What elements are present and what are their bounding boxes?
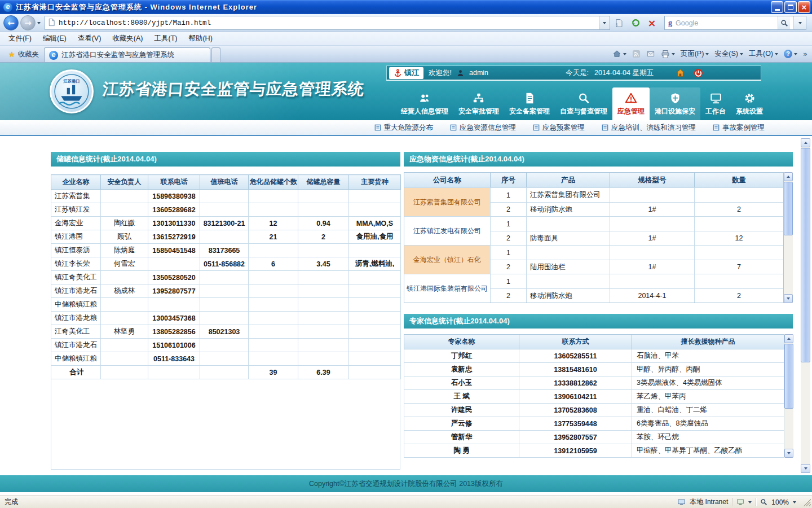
experts-scrollbar[interactable] [784,334,793,458]
cell-spec [610,246,694,260]
resize-grip[interactable] [802,498,811,506]
experts-table-body: 丁邦红 13605285511 石脑油、甲苯 袁新忠 13815481610 甲… [404,349,784,458]
nav-item-self-inspection[interactable]: 自查与督查管理 [555,87,612,120]
home-icon[interactable] [676,68,685,78]
scroll-up-arrow[interactable] [784,172,793,181]
page-scrollbar[interactable] [801,138,810,473]
recent-pages-caret[interactable] [37,22,41,24]
chevron-down-icon [623,53,626,55]
cell-specialty: 重油、白蜡油、丁二烯 [632,404,784,417]
nav-item-label: 工作台 [705,107,726,116]
page-menu-button[interactable]: 页面(P) [681,49,709,59]
scroll-thumb[interactable] [784,344,793,409]
logout-power-icon[interactable] [694,68,703,78]
table-row: 管新华 13952807557 苯胺、环己烷 [404,431,784,444]
chevron-down-icon[interactable] [748,501,752,503]
url-field[interactable]: http://localhost:8080/yjpt/Main.html [45,16,610,30]
menu-item[interactable]: 帮助(H) [183,32,217,45]
city-name: 镇江 [404,68,419,78]
cell-empty [200,366,249,379]
cell-tank-count [249,271,298,284]
nav-item-workbench[interactable]: 工作台 [700,87,731,120]
subnav-item[interactable]: 应急预案管理 [533,123,585,133]
scroll-down-arrow[interactable] [784,294,793,303]
forward-button[interactable]: → [20,15,36,30]
menu-item[interactable]: 工具(T) [149,32,182,45]
compatibility-view-button[interactable] [612,16,626,30]
maximize-button[interactable] [784,1,797,13]
nav-item-port-security[interactable]: 港口设施保安 [650,87,700,120]
cell-company: 江苏索普集 [51,190,101,203]
home-button[interactable] [612,50,626,58]
table-row: 王 斌 13906104211 苯乙烯、甲苯丙 [404,390,784,404]
nav-item-operator-info[interactable]: 经营人信息管理 [396,87,453,120]
help-icon: ? [784,50,792,58]
cell-tank-count [249,244,298,257]
scroll-track[interactable] [784,181,793,294]
menu-item[interactable]: 编辑(E) [38,32,72,45]
search-button[interactable] [778,16,790,29]
scroll-track[interactable] [784,343,793,449]
cell-expert-name: 石小玉 [404,376,519,390]
menu-item[interactable]: 查看(V) [73,32,107,45]
scroll-down-arrow[interactable] [801,464,810,473]
cell-duty-phone: 83173665 [200,244,249,257]
column-header: 安全负责人 [101,175,148,190]
back-button[interactable]: ← [3,15,19,30]
supplies-scrollbar[interactable] [784,172,793,303]
toolbar-overflow-button[interactable]: » [803,50,807,58]
nav-item-safety-approval[interactable]: 安全审批管理 [453,87,504,120]
close-button[interactable]: × [798,1,810,13]
cell-product: 移动消防水炮 [526,289,610,303]
scroll-up-arrow[interactable] [784,334,793,343]
statusbar-divider [756,498,756,506]
ie-window: e 江苏省港口安全监管与应急管理系统 - Windows Internet Ex… [0,0,812,508]
subnav-item-label: 应急预案管理 [542,123,585,133]
tab-active[interactable]: e 江苏省港口安全监管与应急管理系统 [44,47,210,62]
menu-item[interactable]: 收藏夹(A) [107,32,148,45]
zoom-level[interactable]: 100% [771,498,789,506]
nav-item-settings[interactable]: 系统设置 [731,87,768,120]
refresh-button[interactable] [628,16,643,30]
user-bar: 镇江 欢迎您! admin 今天是: 2014-04-04 星期五 [386,65,761,81]
url-dropdown-button[interactable] [599,16,610,29]
cell-contact: 13906104211 [519,390,632,404]
stop-button[interactable]: × [645,16,659,30]
subnav-item[interactable]: 重大危险源分布 [374,123,434,133]
chevron-down-icon[interactable] [793,501,796,503]
minimize-button[interactable] [771,1,783,13]
view-mode-icon[interactable] [736,498,744,506]
scroll-down-arrow[interactable] [784,449,793,458]
nav-item-safety-record[interactable]: 安全备案管理 [504,87,555,120]
table-row: 江奇美化工 林坚勇 13805282856 85021303 [51,325,401,339]
help-button[interactable]: ? [784,50,797,58]
search-dropdown-button[interactable] [793,16,806,29]
safety-menu-button[interactable]: 安全(S) [714,49,743,59]
scroll-up-arrow[interactable] [801,138,810,147]
search-box[interactable]: g Google [664,16,806,30]
cell-seq: 2 [490,231,526,245]
favorites-button[interactable]: ★ 收藏夹 [3,47,44,61]
feeds-button[interactable] [632,50,641,58]
new-tab-button[interactable] [211,47,220,62]
column-header: 值班电话 [200,175,249,190]
city-selector[interactable]: 镇江 [389,67,423,79]
scroll-thumb[interactable] [784,182,793,235]
nav-item-label: 应急管理 [617,107,645,116]
main-content: 储罐信息统计(截止2014.04.04) 企业名称安全负责人联系电话值班电话危化… [0,136,812,475]
scroll-track[interactable] [801,147,810,464]
search-input[interactable]: Google [676,19,774,27]
tools-menu-button[interactable]: 工具(O) [749,49,778,59]
nav-item-emergency[interactable]: 应急管理 [612,87,650,120]
read-mail-button[interactable] [646,50,655,58]
zoom-magnifier-icon[interactable] [760,498,767,506]
scroll-thumb[interactable] [801,148,810,362]
cell-seq: 2 [490,260,526,274]
menu-item[interactable]: 文件(F) [3,32,37,45]
print-button[interactable] [661,50,675,59]
subnav-item[interactable]: 事故案例管理 [713,123,765,133]
cell-product [526,217,610,231]
subnav-item[interactable]: 应急资源信息管理 [450,123,516,133]
cell-tank-count [249,339,298,352]
subnav-item[interactable]: 应急培训、演练和演习管理 [602,123,696,133]
